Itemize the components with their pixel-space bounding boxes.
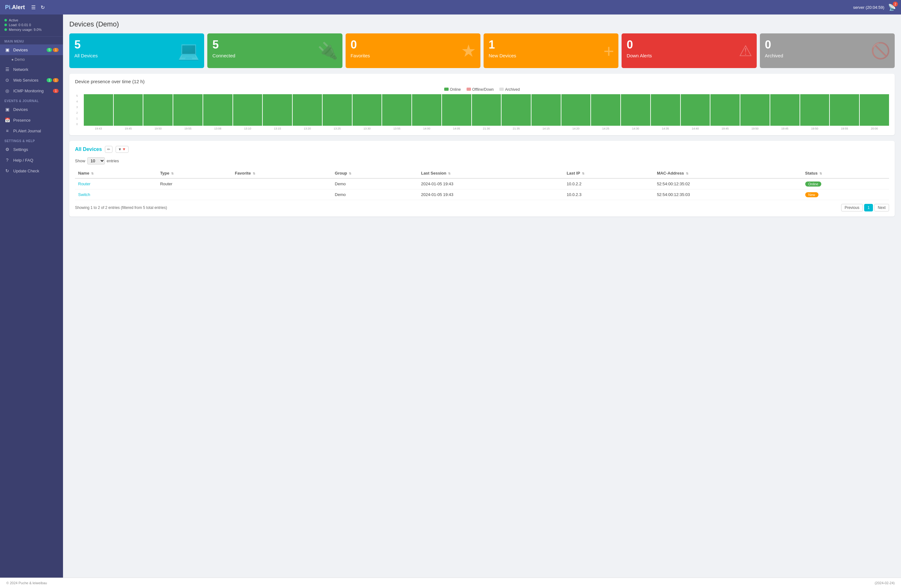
sidebar-item-icmp[interactable]: ◎ ICMP Monitoring 1 bbox=[0, 86, 63, 96]
device-favorite bbox=[232, 178, 332, 189]
brand-prefix: Pi. bbox=[5, 4, 12, 10]
device-mac: 52:54:00:12:35:02 bbox=[654, 178, 802, 189]
sidebar-item-devices[interactable]: ▣ Devices 5 1 bbox=[0, 44, 63, 55]
sort-ip-icon: ⇅ bbox=[582, 172, 585, 175]
bar-col bbox=[681, 94, 710, 126]
sidebar-item-demo[interactable]: ● Demo bbox=[0, 55, 63, 64]
web-services-label: Web Services bbox=[13, 78, 39, 83]
brand-logo: Pi.Alert bbox=[5, 4, 25, 11]
refresh-button[interactable]: ↻ bbox=[41, 5, 45, 10]
chart-x-label: 19:45 bbox=[711, 127, 740, 130]
bar-online-segment bbox=[263, 94, 292, 126]
card-all-devices[interactable]: 5 All Devices 💻 bbox=[69, 33, 204, 68]
col-favorite[interactable]: Favorite ⇅ bbox=[232, 168, 332, 178]
bar-online-segment bbox=[442, 94, 471, 126]
bar-online-segment bbox=[770, 94, 800, 126]
col-group[interactable]: Group ⇅ bbox=[332, 168, 418, 178]
chart-x-label: 13:10 bbox=[233, 127, 262, 130]
bar-online-segment bbox=[681, 94, 710, 126]
help-icon: ? bbox=[5, 158, 10, 162]
col-mac[interactable]: MAC-Address ⇅ bbox=[654, 168, 802, 178]
bar-col bbox=[412, 94, 441, 126]
footer-copyright: © 2024 Puche & leiweibau bbox=[6, 581, 47, 585]
show-entries: Show 10 25 50 100 entries bbox=[75, 157, 889, 164]
topnav-icons: ☰ ↻ bbox=[31, 5, 45, 10]
load-dot bbox=[5, 23, 7, 26]
status-badge: Online bbox=[805, 181, 822, 187]
chart-x-label: 14:35 bbox=[651, 127, 680, 130]
card-down-alerts[interactable]: 0 Down Alerts ⚠ bbox=[622, 33, 756, 68]
bar-col bbox=[770, 94, 800, 126]
chart-x-label: 14:25 bbox=[591, 127, 620, 130]
devices-table: Name ⇅ Type ⇅ Favorite ⇅ Group ⇅ Last Se… bbox=[75, 168, 889, 200]
notification-bell[interactable]: 📡 2 bbox=[888, 3, 896, 11]
topnav-right: server (20:04:59) 📡 2 bbox=[853, 3, 896, 11]
bar-col bbox=[233, 94, 262, 126]
bar-online-segment bbox=[651, 94, 680, 126]
sidebar-item-settings[interactable]: ⚙ Settings bbox=[0, 144, 63, 155]
page-title: Devices (Demo) bbox=[69, 20, 895, 28]
menu-toggle-button[interactable]: ☰ bbox=[31, 5, 36, 10]
web-services-badges: 1 1 bbox=[47, 78, 59, 82]
sidebar-status: Active Load: 0 0.01 0 Memory usage: 9.0% bbox=[0, 14, 63, 37]
brand-suffix: Alert bbox=[12, 4, 25, 10]
sidebar-item-network[interactable]: ☰ Network bbox=[0, 64, 63, 75]
legend-offline: Offline/Down bbox=[466, 87, 494, 92]
sidebar-item-journal[interactable]: ≡ Pi.Alert Journal bbox=[0, 125, 63, 136]
col-name[interactable]: Name ⇅ bbox=[75, 168, 157, 178]
legend-offline-dot bbox=[466, 87, 471, 91]
devices-badge-orange: 1 bbox=[53, 48, 59, 52]
footer-date: (2024-02-24) bbox=[874, 581, 895, 585]
next-button[interactable]: Next bbox=[874, 204, 889, 211]
table-header: All Devices ✏ ▼🔻 bbox=[75, 146, 889, 153]
chart-x-label: 19:50 bbox=[143, 127, 173, 130]
bar-online-segment bbox=[382, 94, 412, 126]
bar-online-segment bbox=[472, 94, 501, 126]
chart-x-label: 14:05 bbox=[442, 127, 471, 130]
sidebar-item-ev-devices[interactable]: ▣ Devices bbox=[0, 104, 63, 115]
card-favorites[interactable]: 0 Favorites ★ bbox=[346, 33, 480, 68]
web-badge-green: 1 bbox=[47, 78, 52, 82]
memory-label: Memory usage: 9.0% bbox=[9, 28, 42, 31]
sidebar-item-update[interactable]: ↻ Update Check bbox=[0, 165, 63, 176]
bar-online-segment bbox=[114, 94, 143, 126]
down-alerts-num: 0 bbox=[627, 39, 751, 50]
chart-area: 5 4 3 2 1 0 19:4319:4519:5019:5513:0813:… bbox=[75, 94, 889, 130]
prev-button[interactable]: Previous bbox=[841, 204, 863, 211]
down-alerts-icon: ⚠ bbox=[739, 42, 752, 59]
card-archived[interactable]: 0 Archived 🚫 bbox=[760, 33, 895, 68]
bar-col bbox=[84, 94, 113, 126]
table-header-row: Name ⇅ Type ⇅ Favorite ⇅ Group ⇅ Last Se… bbox=[75, 168, 889, 178]
card-connected[interactable]: 5 Connected 🔌 bbox=[207, 33, 342, 68]
col-last-session[interactable]: Last Session ⇅ bbox=[418, 168, 563, 178]
sidebar-item-web-services[interactable]: ⊙ Web Services 1 1 bbox=[0, 75, 63, 86]
bar-online-segment bbox=[830, 94, 859, 126]
filter-button[interactable]: ▼🔻 bbox=[115, 146, 129, 153]
device-name-link[interactable]: Switch bbox=[78, 192, 90, 197]
chart-legend: Online Offline/Down Archived bbox=[75, 87, 889, 92]
col-type[interactable]: Type ⇅ bbox=[157, 168, 232, 178]
col-last-ip[interactable]: Last IP ⇅ bbox=[564, 168, 654, 178]
bar-online-segment bbox=[740, 94, 770, 126]
footer-text: Showing 1 to 2 of 2 entries (filtered fr… bbox=[75, 206, 167, 210]
sidebar-item-presence[interactable]: 📅 Presence bbox=[0, 115, 63, 125]
active-label: Active bbox=[9, 18, 18, 22]
bar-col bbox=[114, 94, 143, 126]
bar-online-segment bbox=[711, 94, 740, 126]
active-dot bbox=[5, 19, 7, 22]
sidebar-item-help[interactable]: ? Help / FAQ bbox=[0, 155, 63, 165]
device-name-link[interactable]: Router bbox=[78, 181, 90, 186]
presence-label: Presence bbox=[13, 118, 31, 123]
card-new-devices[interactable]: 1 New Devices + bbox=[483, 33, 619, 68]
topnav: Pi.Alert ☰ ↻ server (20:04:59) 📡 2 bbox=[0, 0, 901, 14]
bar-col bbox=[532, 94, 561, 126]
edit-button[interactable]: ✏ bbox=[105, 146, 112, 153]
bar-col bbox=[382, 94, 412, 126]
chart-x-label: 19:43 bbox=[84, 127, 113, 130]
entries-select[interactable]: 10 25 50 100 bbox=[87, 157, 105, 164]
bar-col bbox=[621, 94, 650, 126]
col-status[interactable]: Status ⇅ bbox=[802, 168, 889, 178]
sort-status-icon: ⇅ bbox=[819, 172, 822, 175]
page-1-button[interactable]: 1 bbox=[864, 204, 873, 211]
pagination: Previous 1 Next bbox=[841, 204, 889, 211]
